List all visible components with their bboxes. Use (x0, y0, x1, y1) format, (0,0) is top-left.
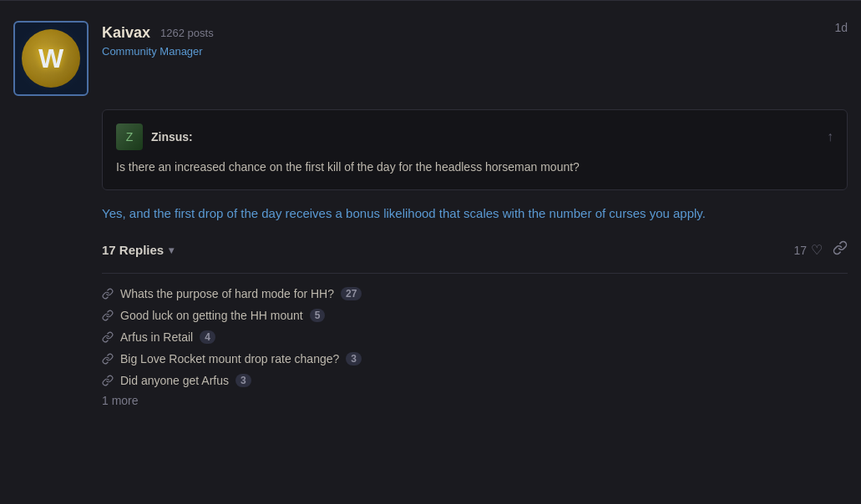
link-icon (102, 375, 114, 386)
list-item[interactable]: Big Love Rocket mount drop rate change? … (102, 352, 848, 365)
reply-count-badge: 3 (236, 374, 251, 387)
link-icon (102, 310, 114, 321)
list-item[interactable]: Arfus in Retail 4 (102, 330, 848, 344)
reply-count-badge: 27 (341, 287, 362, 300)
post-timestamp: 1d (834, 21, 848, 34)
reply-link-text: Big Love Rocket mount drop rate change? (120, 352, 339, 365)
reply-link-text: Arfus in Retail (120, 330, 193, 344)
quote-header: Z Zinsus: ↑ (116, 123, 833, 150)
list-item[interactable]: Good luck on getting the HH mount 5 (102, 309, 848, 322)
reply-text: Yes, and the first drop of the day recei… (102, 204, 848, 224)
reply-link-text: Good luck on getting the HH mount (120, 309, 303, 322)
divider (102, 273, 848, 274)
expand-quote-icon[interactable]: ↑ (827, 129, 833, 144)
list-item[interactable]: Did anyone get Arfus 3 (102, 374, 848, 387)
share-icon[interactable] (833, 240, 848, 260)
heart-icon: ♡ (811, 242, 823, 258)
reply-link-text: Whats the purpose of hard mode for HH? (120, 287, 334, 300)
replies-section: 17 Replies ▾ 17 ♡ (102, 240, 848, 407)
chevron-down-icon: ▾ (169, 244, 174, 256)
replies-label: 17 Replies (102, 243, 164, 257)
post-header: W Kaivax 1262 posts Community Manager (13, 21, 848, 96)
role-badge: Community Manager (102, 45, 848, 58)
quote-block: Z Zinsus: ↑ Is there an increased chance… (102, 109, 848, 190)
likes-number: 17 (793, 244, 807, 257)
avatar-glow (15, 23, 87, 94)
post-meta: Kaivax 1262 posts Community Manager (102, 21, 848, 58)
author-line: Kaivax 1262 posts (102, 24, 848, 42)
post-content: Z Zinsus: ↑ Is there an increased chance… (102, 109, 848, 407)
quote-text: Is there an increased chance on the firs… (116, 159, 833, 176)
reply-count-badge: 4 (200, 330, 215, 344)
author-name: Kaivax (102, 24, 150, 42)
replies-count[interactable]: 17 Replies ▾ (102, 243, 174, 257)
quote-author: Zinsus: (151, 130, 193, 144)
post-container: 1d W Kaivax 1262 posts Community Manager… (0, 0, 861, 421)
replies-actions: 17 ♡ (793, 240, 848, 260)
post-count: 1262 posts (160, 27, 214, 39)
reply-count-badge: 3 (346, 352, 362, 365)
list-item[interactable]: Whats the purpose of hard mode for HH? 2… (102, 287, 848, 300)
link-icon (102, 288, 114, 300)
more-replies-link[interactable]: 1 more (102, 394, 848, 407)
link-icon (102, 353, 114, 365)
link-icon (102, 331, 114, 343)
reply-link-text: Did anyone get Arfus (120, 374, 229, 387)
quote-avatar: Z (116, 123, 143, 150)
reply-count-badge: 5 (310, 309, 326, 322)
likes-count[interactable]: 17 ♡ (793, 242, 823, 258)
replies-header: 17 Replies ▾ 17 ♡ (102, 240, 848, 260)
avatar: W (13, 21, 89, 96)
reply-links-list: Whats the purpose of hard mode for HH? 2… (102, 287, 848, 387)
